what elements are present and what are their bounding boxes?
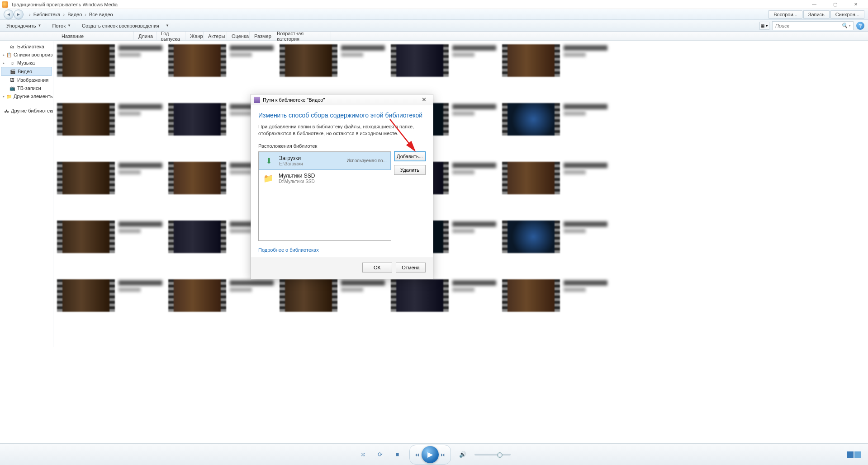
- transport-group: ⏮ ▶ ⏭: [409, 445, 451, 465]
- location-name: Загрузки: [279, 155, 342, 161]
- next-button[interactable]: ⏭: [437, 449, 450, 460]
- video-item[interactable]: [168, 279, 279, 312]
- video-item[interactable]: [57, 279, 167, 312]
- location-item-downloads[interactable]: ⬇ Загрузки E:\Загрузки Используемая по..…: [259, 152, 391, 170]
- search-icon[interactable]: 🔍: [841, 23, 848, 28]
- location-default-label: Используемая по...: [346, 158, 387, 163]
- video-item[interactable]: [280, 279, 390, 312]
- volume-slider[interactable]: [474, 454, 511, 456]
- window-title: Традиционный проигрыватель Windows Media: [11, 2, 118, 7]
- ok-button[interactable]: OK: [362, 263, 392, 272]
- tab-play[interactable]: Воспрои...: [768, 10, 802, 19]
- cancel-button[interactable]: Отмена: [396, 263, 426, 272]
- other-libs-icon: 🖧: [5, 108, 9, 114]
- locations-list[interactable]: ⬇ Загрузки E:\Загрузки Используемая по..…: [258, 151, 391, 241]
- sidebar-item-images[interactable]: 🖼Изображения: [1, 76, 52, 84]
- stream-menu[interactable]: Поток▼: [49, 22, 74, 29]
- sidebar-item-library[interactable]: 🗂Библиотека: [1, 42, 52, 51]
- music-icon: ♫: [9, 60, 15, 66]
- col-name[interactable]: Название: [57, 32, 134, 40]
- video-item[interactable]: [57, 162, 167, 194]
- sidebar-item-other-libs[interactable]: 🖧Другие библиотеки: [1, 107, 52, 115]
- video-item[interactable]: [280, 44, 390, 77]
- crumb-all-video[interactable]: Все видео: [89, 12, 113, 17]
- col-actors[interactable]: Актеры: [204, 32, 227, 40]
- sidebar-item-tv[interactable]: 📺ТВ-записи: [1, 84, 52, 92]
- nav-bar: ◄ ► › Библиотека › Видео › Все видео Вос…: [0, 9, 868, 20]
- shuffle-button[interactable]: ⤭: [358, 449, 369, 460]
- crumb-library[interactable]: Библиотека: [33, 12, 61, 17]
- breadcrumb: › Библиотека › Видео › Все видео: [28, 12, 113, 17]
- sidebar-item-video[interactable]: 🎬Видео: [1, 67, 52, 76]
- tab-record[interactable]: Запись: [803, 10, 830, 19]
- col-year[interactable]: Год выпуска: [157, 32, 185, 40]
- organize-menu[interactable]: Упорядочить▼: [4, 22, 44, 29]
- column-headers: Название Длина Год выпуска Жанр Актеры О…: [0, 32, 868, 41]
- remove-button[interactable]: Удалить: [394, 165, 426, 175]
- video-item[interactable]: [502, 279, 612, 312]
- tv-icon: 📺: [9, 85, 15, 91]
- location-name: Мультики SSD: [279, 173, 387, 179]
- crumb-video[interactable]: Видео: [67, 12, 82, 17]
- col-size[interactable]: Размер: [250, 32, 272, 40]
- video-item[interactable]: [57, 221, 167, 253]
- nav-forward-button[interactable]: ►: [14, 9, 24, 19]
- nav-back-button[interactable]: ◄: [4, 9, 14, 19]
- sidebar-item-music[interactable]: ▸♫Музыка: [1, 59, 52, 67]
- library-icon: 🗂: [9, 43, 15, 50]
- col-length[interactable]: Длина: [134, 32, 157, 40]
- video-icon: 🎬: [9, 68, 16, 75]
- video-item[interactable]: [502, 221, 612, 253]
- playlist-icon: 📋: [6, 52, 12, 58]
- col-genre[interactable]: Жанр: [185, 32, 204, 40]
- download-folder-icon: ⬇: [263, 155, 275, 167]
- view-switcher[interactable]: [847, 451, 861, 458]
- search-input[interactable]: [775, 23, 841, 28]
- add-button[interactable]: Добавить...: [394, 151, 426, 161]
- location-item-cartoons[interactable]: 📁 Мультики SSD D:\Мультики SSD: [259, 170, 391, 187]
- video-item[interactable]: [391, 279, 501, 312]
- video-grid: [53, 41, 868, 347]
- tab-sync[interactable]: Синхрон...: [830, 10, 864, 19]
- dialog-titlebar: Пути к библиотеке "Видео" ✕: [251, 94, 433, 105]
- stop-button[interactable]: ■: [392, 449, 403, 460]
- video-item[interactable]: [391, 44, 501, 77]
- dialog-icon: [254, 97, 260, 103]
- video-item[interactable]: [168, 44, 279, 77]
- video-item[interactable]: [502, 103, 612, 136]
- location-path: E:\Загрузки: [279, 161, 342, 166]
- toolbar: Упорядочить▼ Поток▼ Создать список воспр…: [0, 20, 868, 32]
- create-playlist-menu[interactable]: Создать список воспроизведения▼: [79, 22, 172, 29]
- play-button[interactable]: ▶: [422, 446, 439, 463]
- close-button[interactable]: ✕: [845, 0, 866, 9]
- dialog-heading: Изменить способ сбора содержимого этой б…: [258, 112, 426, 119]
- video-item[interactable]: [502, 162, 612, 194]
- col-rating[interactable]: Оценка: [227, 32, 250, 40]
- maximize-button[interactable]: ▢: [825, 0, 845, 9]
- location-path: D:\Мультики SSD: [279, 179, 387, 184]
- video-item[interactable]: [57, 44, 167, 77]
- sidebar: 🗂Библиотека ▸📋Списки воспроизведе ▸♫Музы…: [0, 41, 53, 347]
- search-box[interactable]: 🔍 ▾: [772, 21, 854, 30]
- dialog-title-text: Пути к библиотеке "Видео": [263, 97, 325, 103]
- mute-button[interactable]: 🔊: [457, 449, 468, 460]
- images-icon: 🖼: [9, 77, 15, 83]
- dialog-close-button[interactable]: ✕: [417, 96, 430, 104]
- view-options-button[interactable]: ▦ ▾: [759, 22, 769, 30]
- help-button[interactable]: ?: [856, 22, 864, 30]
- video-item[interactable]: [57, 103, 167, 136]
- player-bar: ⤭ ⟳ ■ ⏮ ▶ ⏭ 🔊: [0, 443, 868, 465]
- dialog-description: При добавлении папки в библиотеку файлы,…: [258, 123, 426, 137]
- col-age[interactable]: Возрастная категория: [272, 32, 331, 40]
- library-paths-dialog: Пути к библиотеке "Видео" ✕ Изменить спо…: [251, 94, 433, 279]
- folder-icon: 📁: [262, 173, 274, 184]
- dialog-locations-label: Расположения библиотек: [258, 143, 426, 149]
- title-bar: Традиционный проигрыватель Windows Media…: [0, 0, 868, 9]
- learn-more-link[interactable]: Подробнее о библиотеках: [258, 247, 319, 253]
- sidebar-item-other[interactable]: ▸📁Другие элементы м: [1, 92, 52, 100]
- sidebar-item-playlists[interactable]: ▸📋Списки воспроизведе: [1, 51, 52, 59]
- repeat-button[interactable]: ⟳: [375, 449, 386, 460]
- minimize-button[interactable]: ―: [804, 0, 825, 9]
- other-icon: 📁: [6, 93, 12, 99]
- video-item[interactable]: [502, 44, 612, 77]
